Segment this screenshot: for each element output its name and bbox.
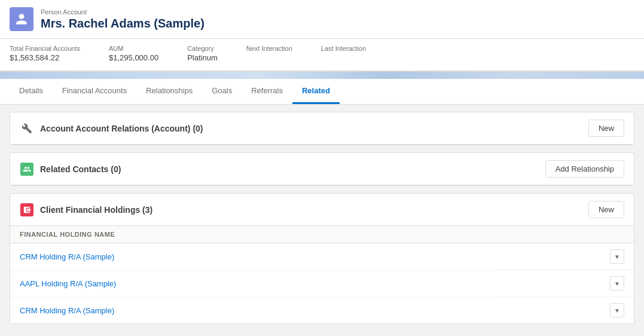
holding-name-cell: CRM Holding R/A (Sample) bbox=[10, 297, 494, 323]
tab-goals[interactable]: Goals bbox=[202, 79, 242, 104]
contacts-icon bbox=[20, 162, 34, 176]
tab-financial-accounts[interactable]: Financial Accounts bbox=[53, 79, 136, 104]
highlight-value: $1,295,000.00 bbox=[109, 53, 158, 62]
row-actions: ▼ bbox=[494, 297, 634, 323]
highlight-label: Category bbox=[187, 45, 218, 52]
table-row: AAPL Holding R/A (Sample) ▼ bbox=[10, 270, 634, 297]
highlight-item: AUM$1,295,000.00 bbox=[109, 45, 158, 62]
section-title: Client Financial Holdings (3) bbox=[40, 205, 152, 215]
content-area: Account Account Relations (Account) (0) … bbox=[0, 105, 644, 331]
section-header-left: Related Contacts (0) bbox=[20, 162, 121, 176]
highlight-label: Next Interaction bbox=[246, 45, 292, 52]
section-related-contacts: Related Contacts (0) Add Relationship bbox=[10, 152, 634, 186]
section-header-left: Client Financial Holdings (3) bbox=[20, 203, 152, 217]
holdings-table: FINANCIAL HOLDING NAME CRM Holding R/A (… bbox=[10, 226, 634, 323]
holding-name-cell: AAPL Holding R/A (Sample) bbox=[10, 270, 494, 297]
tab-details[interactable]: Details bbox=[10, 79, 53, 104]
section-header-left: Account Account Relations (Account) (0) bbox=[20, 121, 203, 136]
holdings-icon bbox=[20, 203, 34, 217]
row-actions: ▼ bbox=[494, 270, 634, 297]
highlight-label: Total Financial Accounts bbox=[10, 45, 80, 52]
texture-bar bbox=[0, 72, 644, 79]
holding-link[interactable]: CRM Holding R/A (Sample) bbox=[20, 252, 114, 261]
highlight-item: CategoryPlatinum bbox=[187, 45, 218, 62]
record-name: Mrs. Rachel Adams (Sample) bbox=[41, 17, 205, 30]
tab-relationships[interactable]: Relationships bbox=[136, 79, 202, 104]
section-client-financial-holdings: Client Financial Holdings (3) New FINANC… bbox=[10, 193, 634, 324]
section-button-account-account-relations[interactable]: New bbox=[588, 120, 624, 137]
tabs-bar: DetailsFinancial AccountsRelationshipsGo… bbox=[0, 79, 644, 105]
section-header-related-contacts: Related Contacts (0) Add Relationship bbox=[10, 153, 634, 185]
tab-referrals[interactable]: Referrals bbox=[242, 79, 292, 104]
header-text: Person Account Mrs. Rachel Adams (Sample… bbox=[41, 8, 205, 30]
highlights-bar: Total Financial Accounts$1,563,584.22AUM… bbox=[0, 39, 644, 72]
highlight-label: Last Interaction bbox=[321, 45, 366, 52]
section-account-account-relations: Account Account Relations (Account) (0) … bbox=[10, 112, 634, 145]
section-header-account-account-relations: Account Account Relations (Account) (0) … bbox=[10, 112, 634, 145]
table-row: CRM Holding R/A (Sample) ▼ bbox=[10, 297, 634, 323]
highlight-item: Total Financial Accounts$1,563,584.22 bbox=[10, 45, 80, 62]
column-header-holding-name: FINANCIAL HOLDING NAME bbox=[10, 226, 494, 243]
section-button-client-financial-holdings[interactable]: New bbox=[588, 201, 624, 218]
row-dropdown-button[interactable]: ▼ bbox=[610, 249, 624, 264]
section-button-related-contacts[interactable]: Add Relationship bbox=[545, 160, 624, 178]
tab-related[interactable]: Related bbox=[292, 79, 340, 104]
row-dropdown-button[interactable]: ▼ bbox=[610, 303, 624, 317]
column-header-actions bbox=[494, 226, 634, 243]
row-actions: ▼ bbox=[494, 243, 634, 270]
section-header-client-financial-holdings: Client Financial Holdings (3) New bbox=[10, 194, 634, 226]
highlight-value: $1,563,584.22 bbox=[10, 53, 80, 62]
holding-link[interactable]: CRM Holding R/A (Sample) bbox=[20, 306, 114, 315]
wrench-icon bbox=[20, 121, 34, 136]
table-header-row: FINANCIAL HOLDING NAME bbox=[10, 226, 634, 243]
record-type: Person Account bbox=[41, 8, 205, 16]
record-icon bbox=[10, 7, 33, 31]
table-row: CRM Holding R/A (Sample) ▼ bbox=[10, 243, 634, 271]
section-title: Related Contacts (0) bbox=[40, 164, 121, 174]
page-header: Person Account Mrs. Rachel Adams (Sample… bbox=[0, 0, 644, 39]
highlight-item: Last Interaction bbox=[321, 45, 366, 62]
holding-name-cell: CRM Holding R/A (Sample) bbox=[10, 243, 494, 271]
highlight-item: Next Interaction bbox=[246, 45, 292, 62]
highlight-value: Platinum bbox=[187, 53, 218, 62]
highlight-label: AUM bbox=[109, 45, 158, 52]
section-title: Account Account Relations (Account) (0) bbox=[40, 124, 203, 133]
row-dropdown-button[interactable]: ▼ bbox=[610, 276, 624, 291]
holding-link[interactable]: AAPL Holding R/A (Sample) bbox=[20, 279, 116, 288]
